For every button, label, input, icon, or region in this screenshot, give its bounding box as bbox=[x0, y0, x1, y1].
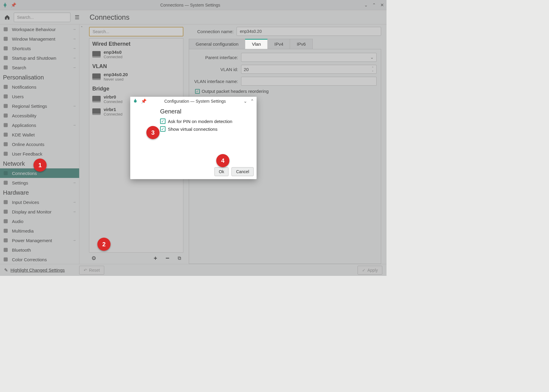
svg-rect-20 bbox=[4, 219, 8, 223]
sidebar-item-accessibility[interactable]: Accessibility bbox=[0, 111, 79, 120]
sidebar-item-audio[interactable]: Audio bbox=[0, 216, 79, 226]
sidebar-item-workspace-behaviour[interactable]: Workspace Behaviour→ bbox=[0, 24, 79, 34]
sidebar-item-user-feedback[interactable]: User Feedback bbox=[0, 149, 79, 159]
tab-general-configuration[interactable]: General configuration bbox=[189, 39, 245, 49]
tab-vlan[interactable]: Vlan bbox=[245, 39, 268, 49]
connection-status: Never used bbox=[104, 77, 128, 82]
connection-name: enp34s0.20 bbox=[104, 72, 128, 77]
connection-row[interactable]: enp34s0.20Never used bbox=[89, 71, 183, 83]
configure-button[interactable]: ⚙ bbox=[91, 255, 96, 262]
svg-rect-5 bbox=[4, 46, 8, 50]
sidebar-item-users[interactable]: Users bbox=[0, 92, 79, 101]
search-placeholder: Search... bbox=[17, 15, 34, 20]
highlight-changed-button[interactable]: ✎ Highlight Changed Settings bbox=[4, 268, 65, 273]
svg-rect-18 bbox=[4, 200, 8, 204]
pin-icon[interactable]: 📌 bbox=[141, 99, 147, 104]
reorder-checkbox[interactable]: ✓ bbox=[195, 89, 200, 94]
svg-rect-21 bbox=[4, 229, 8, 233]
sidebar-item-power-management[interactable]: Power Management→ bbox=[0, 236, 79, 245]
connection-name: virbr1 bbox=[104, 107, 122, 112]
svg-rect-24 bbox=[4, 257, 8, 262]
scroll-up-icon[interactable]: ⌃ bbox=[80, 26, 83, 30]
conn-name-input[interactable]: enp34s0.20 bbox=[237, 27, 381, 36]
dialog-title: Configuration — System Settings bbox=[150, 99, 240, 104]
sidebar-item-color-corrections[interactable]: Color Corrections bbox=[0, 255, 79, 264]
sidebar-item-startup-and-shutdown[interactable]: Startup and Shutdown→ bbox=[0, 53, 79, 63]
pencil-icon: ✎ bbox=[4, 268, 8, 273]
connection-row[interactable]: enp34s0Connected bbox=[89, 48, 183, 61]
parent-interface-label: Parent interface: bbox=[193, 55, 238, 60]
chevron-right-icon: → bbox=[73, 123, 76, 127]
battery-icon bbox=[2, 237, 9, 244]
minimize-icon[interactable]: ⌄ bbox=[364, 2, 368, 8]
pin-icon[interactable]: 📌 bbox=[11, 2, 16, 8]
global-search-input[interactable]: Search... bbox=[14, 13, 70, 22]
sidebar-item-bluetooth[interactable]: Bluetooth bbox=[0, 245, 79, 255]
parent-interface-combo[interactable]: ⌄ bbox=[241, 53, 377, 62]
connection-search-input[interactable]: Search... bbox=[89, 27, 183, 36]
ask-pin-checkbox[interactable]: ✓ bbox=[160, 119, 165, 124]
remove-connection-button[interactable]: − bbox=[165, 254, 169, 262]
maximize-icon[interactable]: ⌃ bbox=[250, 99, 254, 104]
cancel-button[interactable]: Cancel bbox=[231, 167, 254, 176]
sidebar-item-applications[interactable]: Applications→ bbox=[0, 120, 79, 130]
spin-down-icon[interactable]: ⌄ bbox=[372, 69, 374, 72]
chevron-down-icon: ⌄ bbox=[370, 55, 374, 60]
connection-group-header: VLAN bbox=[89, 61, 183, 71]
add-connection-button[interactable]: + bbox=[154, 255, 157, 262]
ethernet-icon bbox=[92, 51, 101, 58]
show-virtual-checkbox[interactable]: ✓ bbox=[160, 126, 165, 132]
sidebar-item-multimedia[interactable]: Multimedia bbox=[0, 226, 79, 236]
sidebar-item-display-and-monitor[interactable]: Display and Monitor→ bbox=[0, 207, 79, 216]
tab-ipv4[interactable]: IPv4 bbox=[267, 39, 290, 49]
toolbar: Search... ☰ Connections bbox=[0, 10, 387, 24]
app-icon bbox=[133, 99, 138, 104]
apply-button[interactable]: ✓ Apply bbox=[358, 266, 382, 275]
window-title: Connections — System Settings bbox=[16, 3, 364, 7]
chevron-right-icon: → bbox=[73, 27, 76, 31]
connection-group-header: Bridge bbox=[89, 83, 183, 93]
export-connection-button[interactable]: ⧉ bbox=[178, 256, 181, 261]
sidebar-item-label: Startup and Shutdown bbox=[12, 56, 70, 61]
svg-rect-11 bbox=[4, 113, 8, 118]
sidebar-item-window-management[interactable]: Window Management→ bbox=[0, 34, 79, 44]
annotation-3: 3 bbox=[146, 126, 160, 139]
sidebar-item-shortcuts[interactable]: Shortcuts→ bbox=[0, 44, 79, 53]
sidebar-item-label: Power Management bbox=[12, 238, 70, 243]
sidebar-item-label: Online Accounts bbox=[12, 142, 76, 147]
minimize-icon[interactable]: ⌄ bbox=[243, 99, 247, 104]
svg-rect-3 bbox=[4, 27, 8, 31]
sidebar-item-regional-settings[interactable]: Regional Settings→ bbox=[0, 101, 79, 111]
sidebar-item-input-devices[interactable]: Input Devices→ bbox=[0, 197, 79, 207]
ok-button[interactable]: Ok bbox=[214, 167, 229, 176]
keyboard-icon bbox=[2, 45, 9, 52]
home-button[interactable] bbox=[3, 13, 11, 21]
connection-toolbar: ⚙ + − ⧉ bbox=[89, 253, 183, 264]
maximize-icon[interactable]: ⌃ bbox=[372, 2, 376, 8]
cloud-icon bbox=[2, 141, 9, 147]
titlebar: 📌 Connections — System Settings ⌄ ⌃ ✕ bbox=[0, 0, 387, 10]
svg-rect-14 bbox=[4, 142, 8, 146]
sidebar-item-online-accounts[interactable]: Online Accounts bbox=[0, 139, 79, 149]
user-icon bbox=[2, 93, 9, 100]
sidebar-item-kde-wallet[interactable]: KDE Wallet bbox=[0, 130, 79, 139]
reset-button[interactable]: ↶ Reset bbox=[79, 266, 105, 275]
tab-ipv6[interactable]: IPv6 bbox=[290, 39, 312, 49]
vlan-id-spinbox[interactable]: 20 ⌃⌄ bbox=[241, 65, 377, 74]
menu-button[interactable]: ☰ bbox=[73, 13, 81, 21]
sidebar-item-notifications[interactable]: Notifications bbox=[0, 82, 79, 92]
sidebar-item-search[interactable]: Search→ bbox=[0, 63, 79, 72]
annotation-2: 2 bbox=[97, 238, 111, 251]
sidebar-item-label: Input Devices bbox=[12, 200, 70, 205]
access-icon bbox=[2, 112, 9, 119]
sidebar-item-settings[interactable]: Settings→ bbox=[0, 178, 79, 187]
close-icon[interactable]: ✕ bbox=[380, 2, 384, 8]
vlan-if-name-input[interactable] bbox=[241, 77, 377, 86]
connection-status: Connected bbox=[104, 55, 122, 59]
connection-status: Connected bbox=[104, 112, 122, 116]
sidebar-item-label: Users bbox=[12, 94, 76, 99]
region-icon bbox=[2, 103, 9, 109]
sidebar-section-title: Hardware bbox=[0, 187, 79, 197]
svg-rect-23 bbox=[4, 248, 8, 252]
search-icon bbox=[2, 64, 9, 71]
